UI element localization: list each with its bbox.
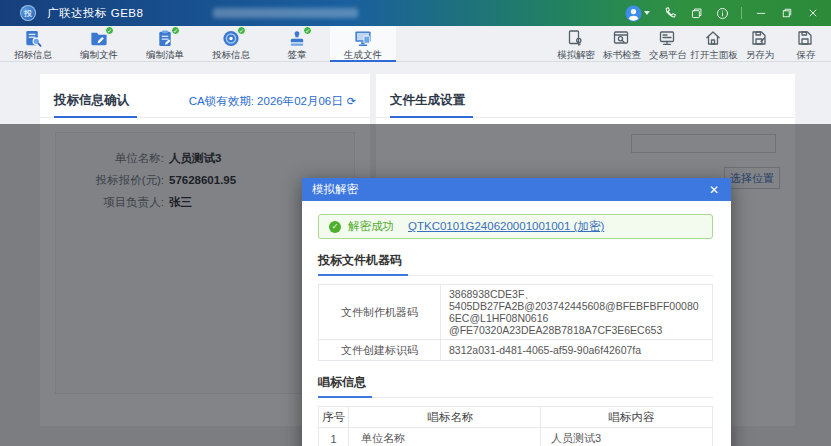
minimize-button[interactable] xyxy=(751,3,771,23)
project-title-blurred xyxy=(213,8,358,18)
restore-icon xyxy=(781,7,793,19)
modal-title: 模拟解密 xyxy=(312,182,358,197)
toolbar-label: 投标信息 xyxy=(212,49,250,62)
toolbar-item-save[interactable]: 保存 xyxy=(783,26,829,62)
ca-validity: CA锁有效期: 2026年02月06日 ⟳ xyxy=(189,94,356,117)
monitor-file-icon xyxy=(353,29,373,48)
doc-search-icon xyxy=(23,29,43,48)
save-icon xyxy=(796,29,816,48)
check-badge-icon: ✓ xyxy=(105,26,114,35)
decrypt-status: 解密成功 xyxy=(348,219,394,234)
close-button[interactable] xyxy=(803,3,823,23)
toolbar-label: 签章 xyxy=(288,49,307,62)
table-row: 文件制作机器码 3868938CDE3F、 5405DB27FA2B@20374… xyxy=(319,285,713,340)
refresh-icon[interactable]: ⟳ xyxy=(347,95,356,108)
section-title: 投标文件机器码 xyxy=(318,252,408,276)
toolbar-label: 模拟解密 xyxy=(557,49,595,62)
toolbar-label: 保存 xyxy=(797,49,816,62)
toolbar-label: 招标信息 xyxy=(14,49,52,62)
tab-bid-info-confirm[interactable]: 投标信息确认 xyxy=(54,92,137,118)
machine-code-table: 文件制作机器码 3868938CDE3F、 5405DB27FA2B@20374… xyxy=(318,284,713,361)
check-badge-icon: ✓ xyxy=(237,26,246,35)
section-machine-code: 投标文件机器码 xyxy=(318,250,713,276)
phone-icon xyxy=(663,6,677,20)
avatar xyxy=(625,5,642,22)
save-as-icon xyxy=(750,29,770,48)
toolbar-item-open-main-panel[interactable]: 打开主面板 xyxy=(691,26,737,62)
toolbar-item-edit-list[interactable]: ✓ 编制清单 xyxy=(132,26,198,62)
content-area: 投标信息确认 CA锁有效期: 2026年02月06日 ⟳ 单位名称: 人员测试3… xyxy=(0,62,831,446)
main-toolbar: 招标信息 ✓ 编制文件 ✓ 编制清单 ✓ 投标信息 xyxy=(0,26,831,62)
machine-code-label: 文件制作机器码 xyxy=(319,285,441,340)
creation-id-value: 8312a031-d481-4065-af59-90a6f42607fa xyxy=(441,340,713,361)
machine-code-value: 3868938CDE3F、 5405DB27FA2B@203742445608@… xyxy=(441,285,713,340)
toolbar-label: 编制文件 xyxy=(80,49,118,62)
col-header: 唱标名称 xyxy=(349,407,541,428)
about-button[interactable] xyxy=(712,3,732,23)
toolbar-label: 编制清单 xyxy=(146,49,184,62)
section-title: 唱标信息 xyxy=(318,374,372,398)
titlebar: 投 广联达投标 GEB8 xyxy=(0,0,831,26)
stamp-icon: ✓ xyxy=(287,29,307,48)
modal-close-icon[interactable]: ✕ xyxy=(707,182,721,198)
chevron-down-icon xyxy=(644,11,650,15)
bid-info-table: 序号 唱标名称 唱标内容 1 单位名称 人员测试3 2 投标报价 5762860… xyxy=(318,406,713,446)
app-logo-icon: 投 xyxy=(20,5,36,21)
platform-icon xyxy=(658,29,678,48)
tab-file-generation-settings[interactable]: 文件生成设置 xyxy=(390,92,473,118)
toolbar-label: 另存为 xyxy=(746,49,775,62)
check-badge-icon: ✓ xyxy=(171,26,180,35)
toolbar-item-signature[interactable]: ✓ 签章 xyxy=(264,26,330,62)
clipboard-icon xyxy=(690,7,703,20)
toolbar-label: 标书检查 xyxy=(603,49,641,62)
toolbar-item-bid-info[interactable]: ✓ 投标信息 xyxy=(198,26,264,62)
col-header: 序号 xyxy=(319,407,349,428)
creation-id-label: 文件创建标识码 xyxy=(319,340,441,361)
toolbar-label: 生成文件 xyxy=(344,49,382,62)
close-icon xyxy=(807,7,819,19)
app-window: 投 广联达投标 GEB8 xyxy=(0,0,831,446)
toolbar-item-save-as[interactable]: 另存为 xyxy=(737,26,783,62)
disc-icon: ✓ xyxy=(221,29,241,48)
doc-check-icon xyxy=(612,29,632,48)
toolbar-item-edit-file[interactable]: ✓ 编制文件 xyxy=(66,26,132,62)
minimize-icon xyxy=(755,7,767,19)
app-title: 广联达投标 GEB8 xyxy=(47,6,143,21)
table-row: 1 单位名称 人员测试3 xyxy=(319,428,713,446)
decrypt-success-banner: ✓ 解密成功 QTKC0101G240620001001001 (加密) xyxy=(318,214,713,239)
check-badge-icon: ✓ xyxy=(303,26,312,35)
clipboard-edit-icon: ✓ xyxy=(155,29,175,48)
toolbar-item-tender-info[interactable]: 招标信息 xyxy=(0,26,66,62)
encrypted-file-link[interactable]: QTKC0101G240620001001001 (加密) xyxy=(408,219,604,234)
user-menu[interactable] xyxy=(625,5,650,22)
table-header-row: 序号 唱标名称 唱标内容 xyxy=(319,407,713,428)
table-row: 文件创建标识码 8312a031-d481-4065-af59-90a6f426… xyxy=(319,340,713,361)
divider xyxy=(741,7,742,19)
toolbar-item-generate-file[interactable]: 生成文件 xyxy=(330,26,396,62)
toolbar-label: 打开主面板 xyxy=(690,49,738,62)
col-header: 唱标内容 xyxy=(541,407,713,428)
file-key-icon xyxy=(566,29,586,48)
toolbar-item-bid-check[interactable]: 标书检查 xyxy=(599,26,645,62)
toolbar-item-trading-platform[interactable]: 交易平台 xyxy=(645,26,691,62)
folder-edit-icon: ✓ xyxy=(89,29,109,48)
home-icon xyxy=(704,29,724,48)
feedback-button[interactable] xyxy=(686,3,706,23)
ca-validity-text: CA锁有效期: 2026年02月06日 xyxy=(189,94,343,109)
toolbar-label: 交易平台 xyxy=(649,49,687,62)
simulate-decrypt-modal: 模拟解密 ✕ ✓ 解密成功 QTKC0101G240620001001001 (… xyxy=(302,178,731,446)
modal-header: 模拟解密 ✕ xyxy=(302,178,731,201)
section-bid-info: 唱标信息 xyxy=(318,372,713,398)
success-check-icon: ✓ xyxy=(329,221,341,233)
maximize-button[interactable] xyxy=(777,3,797,23)
info-icon xyxy=(716,7,729,20)
phone-button[interactable] xyxy=(660,3,680,23)
toolbar-item-simulate-decrypt[interactable]: 模拟解密 xyxy=(553,26,599,62)
